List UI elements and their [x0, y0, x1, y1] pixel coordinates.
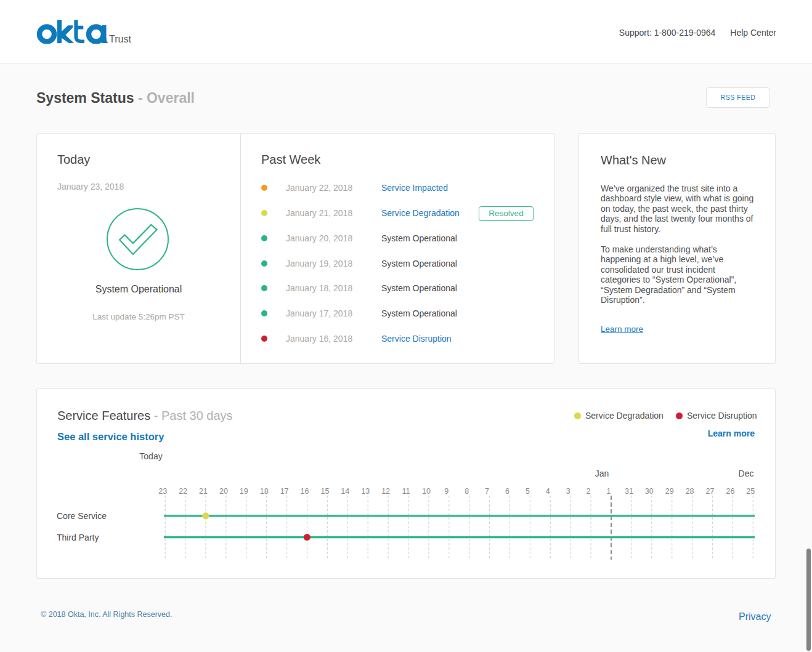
svg-text:27: 27 [706, 487, 715, 496]
svg-text:Third Party: Third Party [57, 533, 99, 542]
svg-text:6: 6 [505, 487, 510, 496]
svg-text:2: 2 [587, 487, 591, 496]
svg-text:25: 25 [746, 487, 755, 496]
svg-text:Dec: Dec [739, 469, 754, 478]
svg-text:30: 30 [645, 487, 654, 496]
svg-text:14: 14 [341, 487, 349, 496]
svg-text:4: 4 [546, 487, 550, 496]
svg-text:10: 10 [422, 487, 431, 496]
svg-text:5: 5 [526, 487, 530, 496]
svg-text:15: 15 [320, 487, 329, 496]
svg-text:20: 20 [219, 487, 228, 496]
svg-text:11: 11 [402, 487, 410, 496]
svg-text:29: 29 [665, 487, 674, 496]
svg-text:16: 16 [301, 487, 309, 496]
svg-text:8: 8 [465, 487, 469, 496]
svg-text:26: 26 [726, 487, 734, 496]
svg-text:Today: Today [139, 451, 162, 461]
svg-text:1: 1 [607, 487, 611, 496]
svg-text:12: 12 [381, 487, 390, 496]
svg-text:28: 28 [686, 487, 694, 496]
svg-text:21: 21 [199, 487, 208, 496]
svg-text:23: 23 [158, 487, 167, 496]
svg-text:Core Service: Core Service [57, 511, 107, 521]
svg-text:31: 31 [625, 487, 633, 496]
svg-text:22: 22 [179, 487, 187, 496]
svg-text:13: 13 [361, 487, 370, 496]
svg-text:17: 17 [280, 487, 289, 496]
svg-text:3: 3 [566, 487, 570, 496]
svg-text:Jan: Jan [595, 469, 609, 478]
svg-text:7: 7 [485, 487, 489, 496]
svg-text:19: 19 [240, 487, 248, 496]
svg-text:18: 18 [260, 487, 269, 496]
svg-text:9: 9 [444, 487, 449, 496]
